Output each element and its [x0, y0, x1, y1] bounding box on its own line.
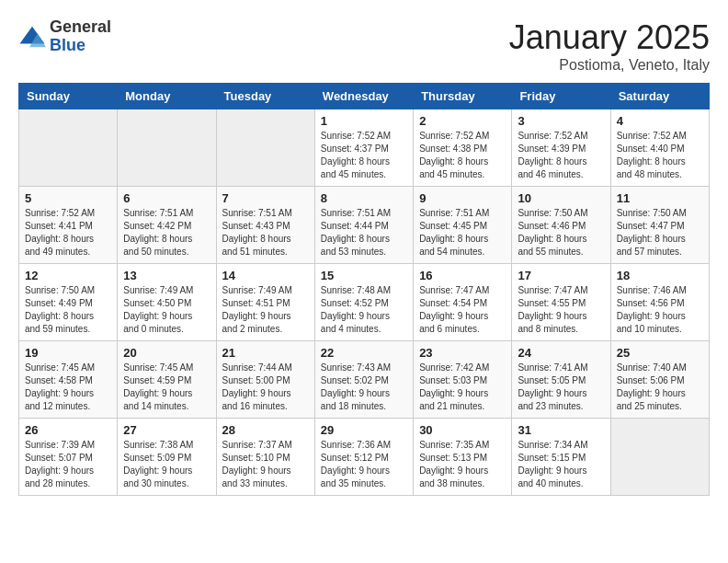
day-info: Sunrise: 7:52 AM Sunset: 4:37 PM Dayligh…	[321, 130, 407, 181]
day-info: Sunrise: 7:45 AM Sunset: 4:59 PM Dayligh…	[123, 362, 210, 413]
day-info: Sunrise: 7:41 AM Sunset: 5:05 PM Dayligh…	[518, 362, 604, 413]
weekday-header-monday: Monday	[118, 84, 216, 109]
day-info: Sunrise: 7:50 AM Sunset: 4:46 PM Dayligh…	[518, 207, 604, 259]
calendar-cell: 14Sunrise: 7:49 AM Sunset: 4:51 PM Dayli…	[216, 264, 314, 341]
calendar-cell: 24Sunrise: 7:41 AM Sunset: 5:05 PM Dayli…	[512, 341, 610, 419]
calendar-subtitle: Postioma, Veneto, Italy	[509, 57, 710, 74]
day-number: 10	[518, 191, 604, 205]
calendar-cell: 16Sunrise: 7:47 AM Sunset: 4:54 PM Dayli…	[414, 264, 512, 341]
calendar-cell: 3Sunrise: 7:52 AM Sunset: 4:39 PM Daylig…	[512, 109, 610, 187]
day-number: 6	[123, 191, 210, 205]
day-number: 26	[25, 423, 111, 437]
day-info: Sunrise: 7:51 AM Sunset: 4:44 PM Dayligh…	[321, 207, 407, 259]
day-info: Sunrise: 7:47 AM Sunset: 4:54 PM Dayligh…	[419, 284, 506, 336]
day-info: Sunrise: 7:48 AM Sunset: 4:52 PM Dayligh…	[321, 284, 407, 336]
day-number: 17	[518, 269, 604, 282]
day-number: 9	[419, 191, 506, 205]
day-info: Sunrise: 7:49 AM Sunset: 4:51 PM Dayligh…	[222, 284, 309, 336]
day-number: 18	[617, 269, 703, 282]
calendar-cell	[118, 109, 216, 187]
day-number: 28	[222, 423, 309, 437]
day-number: 1	[321, 114, 407, 128]
day-info: Sunrise: 7:36 AM Sunset: 5:12 PM Dayligh…	[321, 439, 407, 490]
calendar-table: SundayMondayTuesdayWednesdayThursdayFrid…	[18, 83, 710, 496]
day-number: 11	[617, 191, 703, 205]
calendar-cell: 8Sunrise: 7:51 AM Sunset: 4:44 PM Daylig…	[314, 187, 413, 264]
day-info: Sunrise: 7:52 AM Sunset: 4:41 PM Dayligh…	[25, 207, 111, 259]
day-number: 30	[419, 423, 506, 437]
day-info: Sunrise: 7:40 AM Sunset: 5:06 PM Dayligh…	[617, 362, 703, 413]
day-info: Sunrise: 7:52 AM Sunset: 4:38 PM Dayligh…	[419, 130, 506, 181]
week-row-2: 5Sunrise: 7:52 AM Sunset: 4:41 PM Daylig…	[19, 187, 710, 264]
day-info: Sunrise: 7:49 AM Sunset: 4:50 PM Dayligh…	[123, 284, 210, 336]
day-info: Sunrise: 7:42 AM Sunset: 5:03 PM Dayligh…	[419, 362, 506, 413]
day-info: Sunrise: 7:43 AM Sunset: 5:02 PM Dayligh…	[321, 362, 407, 413]
calendar-cell: 1Sunrise: 7:52 AM Sunset: 4:37 PM Daylig…	[314, 109, 413, 187]
calendar-cell: 22Sunrise: 7:43 AM Sunset: 5:02 PM Dayli…	[314, 341, 413, 419]
day-info: Sunrise: 7:47 AM Sunset: 4:55 PM Dayligh…	[518, 284, 604, 336]
day-number: 25	[617, 346, 703, 360]
day-number: 14	[222, 269, 309, 282]
week-row-5: 26Sunrise: 7:39 AM Sunset: 5:07 PM Dayli…	[19, 419, 710, 496]
day-info: Sunrise: 7:52 AM Sunset: 4:40 PM Dayligh…	[617, 130, 703, 181]
calendar-cell: 5Sunrise: 7:52 AM Sunset: 4:41 PM Daylig…	[19, 187, 118, 264]
calendar-cell: 26Sunrise: 7:39 AM Sunset: 5:07 PM Dayli…	[19, 419, 118, 496]
calendar-cell: 9Sunrise: 7:51 AM Sunset: 4:45 PM Daylig…	[414, 187, 512, 264]
weekday-header-wednesday: Wednesday	[314, 84, 413, 109]
weekday-header-sunday: Sunday	[19, 84, 118, 109]
logo-icon	[18, 23, 46, 51]
day-info: Sunrise: 7:46 AM Sunset: 4:56 PM Dayligh…	[617, 284, 703, 336]
day-info: Sunrise: 7:38 AM Sunset: 5:09 PM Dayligh…	[123, 439, 210, 490]
calendar-cell: 21Sunrise: 7:44 AM Sunset: 5:00 PM Dayli…	[216, 341, 314, 419]
calendar-cell	[610, 419, 709, 496]
logo-general: General	[50, 18, 111, 37]
day-number: 4	[617, 114, 703, 128]
day-info: Sunrise: 7:52 AM Sunset: 4:39 PM Dayligh…	[518, 130, 604, 181]
day-info: Sunrise: 7:50 AM Sunset: 4:47 PM Dayligh…	[617, 207, 703, 259]
calendar-cell: 25Sunrise: 7:40 AM Sunset: 5:06 PM Dayli…	[610, 341, 709, 419]
day-info: Sunrise: 7:51 AM Sunset: 4:43 PM Dayligh…	[222, 207, 309, 259]
calendar-cell: 11Sunrise: 7:50 AM Sunset: 4:47 PM Dayli…	[610, 187, 709, 264]
week-row-4: 19Sunrise: 7:45 AM Sunset: 4:58 PM Dayli…	[19, 341, 710, 419]
day-number: 5	[25, 191, 111, 205]
day-number: 27	[123, 423, 210, 437]
calendar-cell: 12Sunrise: 7:50 AM Sunset: 4:49 PM Dayli…	[19, 264, 118, 341]
calendar-cell: 29Sunrise: 7:36 AM Sunset: 5:12 PM Dayli…	[314, 419, 413, 496]
day-number: 13	[123, 269, 210, 282]
day-number: 7	[222, 191, 309, 205]
day-number: 24	[518, 346, 604, 360]
calendar-title: January 2025	[509, 18, 710, 57]
calendar-cell	[216, 109, 314, 187]
day-number: 3	[518, 114, 604, 128]
calendar-cell: 6Sunrise: 7:51 AM Sunset: 4:42 PM Daylig…	[118, 187, 216, 264]
day-number: 21	[222, 346, 309, 360]
week-row-1: 1Sunrise: 7:52 AM Sunset: 4:37 PM Daylig…	[19, 109, 710, 187]
day-info: Sunrise: 7:44 AM Sunset: 5:00 PM Dayligh…	[222, 362, 309, 413]
logo-text: General Blue	[50, 18, 111, 55]
day-info: Sunrise: 7:51 AM Sunset: 4:42 PM Dayligh…	[123, 207, 210, 259]
day-number: 15	[321, 269, 407, 282]
day-number: 31	[518, 423, 604, 437]
day-number: 23	[419, 346, 506, 360]
day-number: 22	[321, 346, 407, 360]
day-info: Sunrise: 7:35 AM Sunset: 5:13 PM Dayligh…	[419, 439, 506, 490]
day-number: 29	[321, 423, 407, 437]
calendar-cell: 27Sunrise: 7:38 AM Sunset: 5:09 PM Dayli…	[118, 419, 216, 496]
weekday-header-row: SundayMondayTuesdayWednesdayThursdayFrid…	[19, 84, 710, 109]
day-number: 19	[25, 346, 111, 360]
day-number: 12	[25, 269, 111, 282]
day-info: Sunrise: 7:34 AM Sunset: 5:15 PM Dayligh…	[518, 439, 604, 490]
day-info: Sunrise: 7:37 AM Sunset: 5:10 PM Dayligh…	[222, 439, 309, 490]
weekday-header-saturday: Saturday	[610, 84, 709, 109]
logo-blue: Blue	[50, 37, 111, 55]
header-area: General Blue January 2025 Postioma, Vene…	[18, 18, 710, 74]
calendar-cell: 17Sunrise: 7:47 AM Sunset: 4:55 PM Dayli…	[512, 264, 610, 341]
logo: General Blue	[18, 18, 111, 55]
calendar-cell: 31Sunrise: 7:34 AM Sunset: 5:15 PM Dayli…	[512, 419, 610, 496]
calendar-cell: 19Sunrise: 7:45 AM Sunset: 4:58 PM Dayli…	[19, 341, 118, 419]
weekday-header-tuesday: Tuesday	[216, 84, 314, 109]
day-number: 2	[419, 114, 506, 128]
day-number: 16	[419, 269, 506, 282]
calendar-cell: 7Sunrise: 7:51 AM Sunset: 4:43 PM Daylig…	[216, 187, 314, 264]
day-info: Sunrise: 7:45 AM Sunset: 4:58 PM Dayligh…	[25, 362, 111, 413]
